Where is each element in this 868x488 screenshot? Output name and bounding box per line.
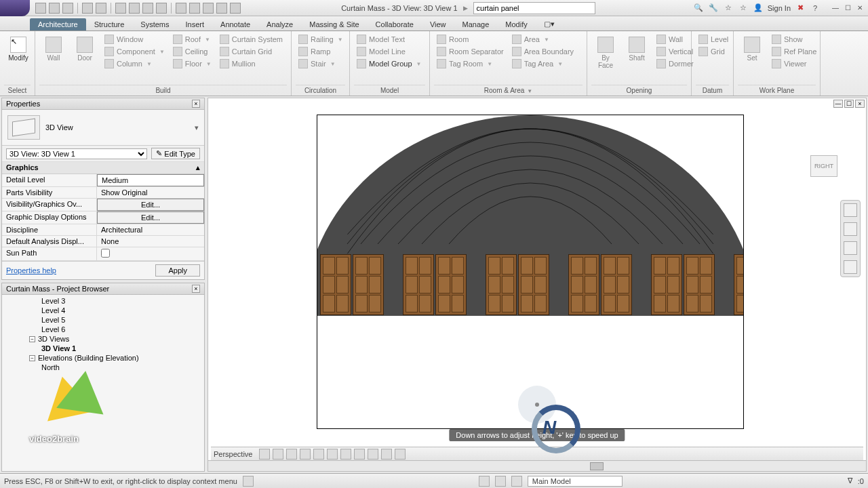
set-button[interactable]: Set (738, 34, 766, 64)
prop-discipline-value[interactable]: Architectural (97, 224, 204, 235)
status-walkthrough-icon[interactable] (243, 476, 254, 487)
search-icon[interactable]: 🔍 (693, 3, 704, 14)
reveal-icon[interactable] (395, 449, 406, 460)
navigation-bar[interactable] (840, 200, 861, 277)
tree-item-level-5[interactable]: Level 5 (2, 315, 204, 325)
temp-hide-icon[interactable] (381, 449, 392, 460)
prop-vg-button[interactable]: Edit... (97, 199, 204, 211)
tree-item-level-3[interactable]: Level 3 (2, 296, 204, 306)
measure-icon[interactable] (115, 3, 126, 14)
tab-modify[interactable]: Modify (497, 18, 535, 30)
ref-plane-button[interactable]: Ref Plane (769, 46, 819, 57)
modify-button[interactable]: ↖ Modify (4, 34, 33, 64)
visual-style-icon[interactable] (286, 449, 297, 460)
tree-3d-views[interactable]: −3D Views (2, 334, 204, 344)
sun-path-icon[interactable] (300, 449, 311, 460)
star-icon[interactable]: ☆ (723, 3, 734, 14)
tab-analyze[interactable]: Analyze (258, 18, 301, 30)
tab-structure[interactable]: Structure (86, 18, 133, 30)
exchange-icon[interactable]: ✖ (795, 3, 806, 14)
tree-item-level-6[interactable]: Level 6 (2, 325, 204, 334)
sunpath-checkbox[interactable] (101, 249, 110, 258)
browser-close-icon[interactable]: × (192, 285, 200, 293)
zoom-icon[interactable] (844, 241, 857, 255)
status-workset-icon[interactable] (479, 476, 490, 487)
scale-icon[interactable] (259, 449, 270, 460)
save-icon[interactable] (49, 3, 60, 14)
prop-sunpath-value[interactable] (97, 247, 204, 260)
section-icon[interactable] (189, 3, 200, 14)
group-graphics[interactable]: Graphics (6, 163, 39, 172)
close-hidden-icon[interactable] (216, 3, 227, 14)
curtain-system-button[interactable]: Curtain System (217, 34, 285, 45)
status-design-options-icon[interactable] (511, 476, 522, 487)
by-face-button[interactable]: By Face (591, 34, 620, 72)
render-icon[interactable] (327, 449, 338, 460)
scrollbar-thumb[interactable] (590, 462, 604, 470)
room-button[interactable]: Room (434, 34, 507, 45)
orbit-icon[interactable] (844, 260, 857, 274)
sign-in-link[interactable]: Sign In (768, 4, 791, 12)
switch-windows-icon[interactable] (230, 3, 241, 14)
tab-massing-site[interactable]: Massing & Site (301, 18, 367, 30)
sync-icon[interactable] (62, 3, 73, 14)
lock-icon[interactable] (368, 449, 378, 460)
viewport[interactable]: — ☐ × // small inline grid (208, 98, 867, 472)
selection-filter-icon[interactable]: ∇ (848, 476, 852, 485)
prop-analysis-value[interactable]: None (97, 236, 204, 247)
default3d-icon[interactable] (176, 3, 186, 14)
tree-item-level-4[interactable]: Level 4 (2, 306, 204, 315)
detail-icon[interactable] (273, 449, 283, 460)
tab-collaborate[interactable]: Collaborate (368, 18, 422, 30)
crop-region-icon[interactable] (354, 449, 365, 460)
thinlines-icon[interactable] (203, 3, 214, 14)
pan-icon[interactable] (844, 222, 857, 236)
search-input[interactable] (473, 2, 595, 14)
keys-icon[interactable]: 🔧 (708, 3, 719, 14)
text-icon[interactable] (156, 3, 167, 14)
horizontal-scrollbar[interactable] (208, 460, 866, 471)
mullion-button[interactable]: Mullion (217, 58, 285, 69)
tab-view[interactable]: View (422, 18, 454, 30)
ceiling-button[interactable]: Ceiling (170, 46, 214, 57)
tab-systems[interactable]: Systems (132, 18, 177, 30)
tab-architecture[interactable]: Architecture (30, 18, 86, 30)
model-text-button[interactable]: Model Text (354, 34, 425, 45)
maximize-button[interactable]: ☐ (842, 3, 853, 13)
vp-maximize-icon[interactable]: ☐ (844, 100, 854, 108)
minimize-button[interactable]: — (830, 3, 841, 13)
panel-label-room-area[interactable]: Room & Area▼ (434, 85, 583, 96)
vp-close-icon[interactable]: × (855, 100, 865, 108)
viewcube[interactable]: RIGHT (801, 146, 850, 186)
railing-button[interactable]: Railing▼ (296, 34, 346, 45)
roof-button[interactable]: Roof▼ (170, 34, 214, 45)
apply-button[interactable]: Apply (155, 264, 200, 277)
tree-elevations[interactable]: −Elevations (Building Elevation) (2, 353, 204, 363)
tag-icon[interactable] (142, 3, 153, 14)
tag-room-button[interactable]: Tag Room▼ (434, 58, 507, 69)
tree-item-north[interactable]: North (2, 363, 204, 372)
undo-icon[interactable] (82, 3, 93, 14)
ribbon-expand-icon[interactable]: ▢▾ (536, 18, 563, 30)
workset-combo[interactable]: Main Model (528, 476, 623, 487)
type-selector[interactable]: 3D View (45, 123, 189, 131)
instance-selector[interactable]: 3D View: 3D View 1 (6, 148, 147, 159)
properties-help-link[interactable]: Properties help (6, 266, 56, 274)
prop-detail-level-value[interactable]: Medium (97, 174, 204, 186)
shadows-icon[interactable] (313, 449, 324, 460)
ramp-button[interactable]: Ramp (296, 46, 346, 57)
area-button[interactable]: Area▼ (509, 34, 576, 45)
dormer-button[interactable]: Dormer (654, 58, 696, 69)
user-icon[interactable]: 👤 (753, 3, 764, 14)
tab-manage[interactable]: Manage (454, 18, 498, 30)
collapse-icon[interactable]: − (29, 336, 35, 342)
stair-button[interactable]: Stair▼ (296, 58, 346, 69)
prop-parts-value[interactable]: Show Original (97, 187, 204, 198)
application-menu-button[interactable] (0, 0, 30, 16)
component-button[interactable]: Component▼ (102, 46, 167, 57)
edit-type-button[interactable]: ✎Edit Type (151, 148, 200, 159)
window-button[interactable]: Window (102, 34, 167, 45)
tab-annotate[interactable]: Annotate (212, 18, 258, 30)
grid-button[interactable]: Grid (696, 46, 731, 57)
group-collapse-icon[interactable]: ▴ (196, 163, 200, 172)
